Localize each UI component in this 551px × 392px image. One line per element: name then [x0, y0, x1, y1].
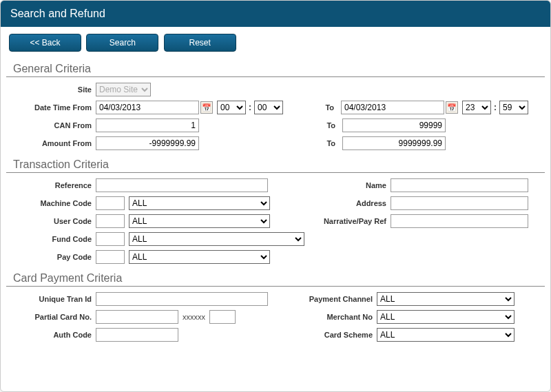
partial-card-prefix-input[interactable]: [96, 310, 178, 324]
fund-code-select[interactable]: ALL: [129, 232, 304, 246]
amount-to-input[interactable]: [342, 136, 446, 150]
date-from-input[interactable]: [96, 101, 199, 114]
partial-card-suffix-input[interactable]: [209, 310, 236, 324]
section-card-title: Card Payment Criteria: [6, 268, 545, 287]
channel-select[interactable]: ALL: [377, 292, 514, 306]
transaction-criteria-form: Reference Name Machine Code ALL Address: [1, 178, 550, 264]
colon-sep: :: [246, 103, 254, 112]
narrative-input[interactable]: [391, 214, 528, 228]
can-from-label: CAN From: [9, 121, 96, 130]
partial-card-label: Partial Card No.: [9, 313, 96, 321]
user-code-select[interactable]: ALL: [129, 214, 270, 228]
fund-code-label: Fund Code: [9, 235, 96, 243]
reference-input[interactable]: [96, 178, 268, 192]
user-code-input[interactable]: [96, 214, 125, 228]
hour-to-select[interactable]: 23: [462, 101, 491, 114]
card-criteria-form: Unique Tran Id Payment Channel ALL Parti…: [1, 292, 550, 342]
colon-sep: :: [491, 103, 499, 112]
reset-button[interactable]: Reset: [164, 34, 236, 52]
general-criteria-form: Site Demo Site Date Time From 📅 00 : 00 …: [1, 83, 550, 150]
search-button[interactable]: Search: [86, 34, 158, 52]
reference-label: Reference: [9, 181, 96, 189]
back-button[interactable]: << Back: [9, 34, 81, 52]
page-header: Search and Refund: [1, 1, 550, 27]
calendar-icon[interactable]: 📅: [200, 101, 213, 114]
date-from-label: Date Time From: [9, 103, 96, 112]
section-transaction-title: Transaction Criteria: [6, 154, 545, 173]
site-label: Site: [9, 85, 96, 94]
pay-code-label: Pay Code: [9, 253, 96, 261]
min-from-select[interactable]: 00: [254, 101, 283, 114]
min-to-select[interactable]: 59: [499, 101, 528, 114]
calendar-icon[interactable]: 📅: [446, 101, 458, 114]
can-to-label: To: [305, 121, 340, 130]
amount-to-label: To: [305, 139, 340, 147]
pay-code-select[interactable]: ALL: [129, 250, 270, 264]
pay-code-input[interactable]: [96, 250, 125, 264]
utid-input[interactable]: [96, 292, 268, 306]
fund-code-input[interactable]: [96, 232, 125, 246]
channel-label: Payment Channel: [294, 295, 377, 303]
date-to-input[interactable]: [341, 101, 444, 114]
utid-label: Unique Tran Id: [9, 295, 96, 303]
card-mask-text: xxxxxx: [178, 313, 209, 321]
machine-code-select[interactable]: ALL: [129, 196, 270, 210]
site-select: Demo Site: [96, 83, 151, 96]
scheme-select[interactable]: ALL: [377, 328, 514, 342]
name-label: Name: [308, 181, 391, 189]
section-general-title: General Criteria: [6, 59, 545, 77]
amount-from-input[interactable]: [96, 136, 199, 150]
auth-code-input[interactable]: [96, 328, 178, 342]
name-input[interactable]: [391, 178, 528, 192]
toolbar: << Back Search Reset: [1, 27, 550, 56]
address-input[interactable]: [391, 196, 528, 210]
date-to-label: To: [304, 103, 338, 112]
app-window: Search and Refund << Back Search Reset G…: [0, 0, 551, 392]
address-label: Address: [308, 199, 391, 207]
can-from-input[interactable]: [96, 118, 199, 132]
scheme-label: Card Scheme: [294, 331, 377, 339]
amount-from-label: Amount From: [9, 139, 96, 147]
can-to-input[interactable]: [342, 118, 446, 132]
user-code-label: User Code: [9, 217, 96, 225]
hour-from-select[interactable]: 00: [217, 101, 246, 114]
auth-code-label: Auth Code: [9, 331, 96, 339]
machine-code-input[interactable]: [96, 196, 125, 210]
machine-code-label: Machine Code: [9, 199, 96, 207]
page-title: Search and Refund: [10, 8, 105, 19]
narrative-label: Narrative/Pay Ref: [308, 217, 391, 225]
merchant-select[interactable]: ALL: [377, 310, 514, 324]
merchant-label: Merchant No: [294, 313, 377, 321]
